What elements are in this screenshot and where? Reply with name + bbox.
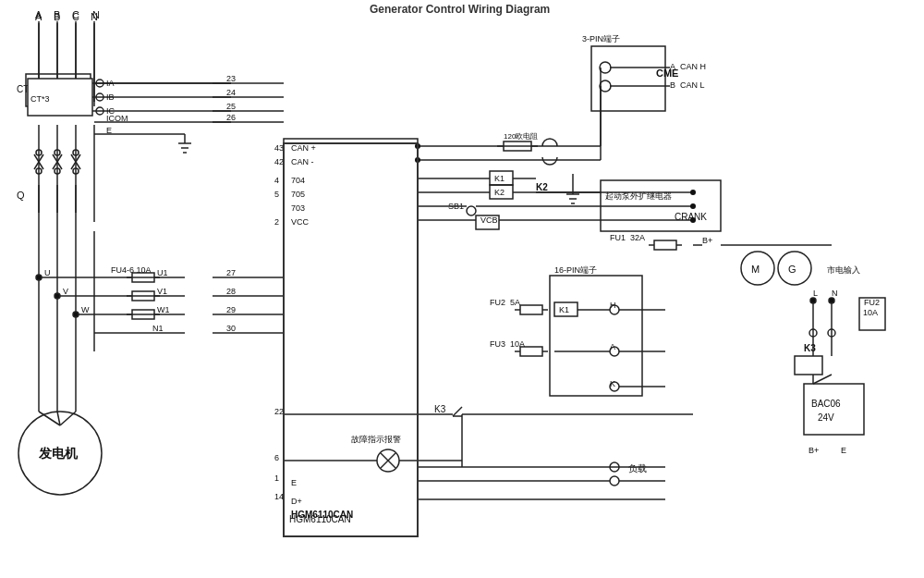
page-title: Generator Control Wiring Diagram xyxy=(370,3,550,16)
